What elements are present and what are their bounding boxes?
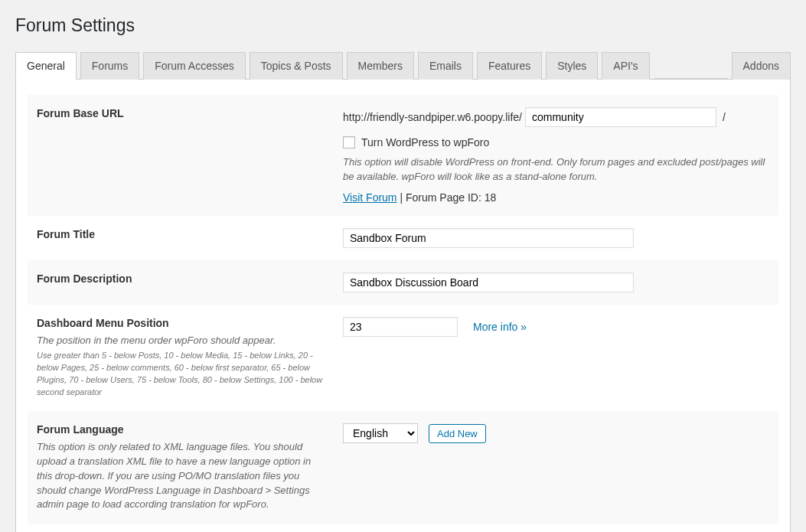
- row-title: Forum Title: [28, 216, 778, 260]
- tab-members[interactable]: Members: [347, 52, 414, 80]
- forum-title-input[interactable]: [343, 228, 634, 248]
- add-language-button[interactable]: Add New: [429, 424, 486, 443]
- tab-forums[interactable]: Forums: [80, 52, 139, 80]
- row-menu-pos: Dashboard Menu Position The position in …: [28, 305, 778, 411]
- tab-styles[interactable]: Styles: [546, 52, 598, 80]
- tab-forum-accesses[interactable]: Forum Accesses: [143, 52, 245, 80]
- settings-tabs: General Forums Forum Accesses Topics & P…: [15, 51, 791, 80]
- label-base-url: Forum Base URL: [37, 107, 328, 119]
- label-desc: Forum Description: [37, 273, 328, 285]
- turn-wp-label: Turn WordPress to wpForo: [361, 136, 489, 149]
- row-language: Forum Language This option is only relat…: [28, 411, 778, 524]
- label-menu-pos: Dashboard Menu Position: [37, 317, 328, 329]
- row-base-url: Forum Base URL http://friendly-sandpiper…: [28, 95, 778, 216]
- forum-page-id: | Forum Page ID: 18: [397, 191, 497, 204]
- menu-pos-note: Use greater than 5 - below Posts, 10 - b…: [37, 350, 328, 399]
- visit-forum-link[interactable]: Visit Forum: [343, 191, 397, 204]
- tab-spacer: [654, 51, 728, 79]
- base-url-prefix: http://friendly-sandpiper.w6.poopy.life/: [343, 111, 522, 123]
- tab-general[interactable]: General: [15, 52, 77, 80]
- menu-pos-more-link[interactable]: More info »: [473, 321, 527, 333]
- tab-addons[interactable]: Addons: [732, 52, 791, 80]
- tab-apis[interactable]: API's: [602, 52, 649, 80]
- forum-desc-input[interactable]: [343, 273, 634, 292]
- tab-emails[interactable]: Emails: [418, 52, 473, 80]
- base-url-help: This option will disable WordPress on fr…: [343, 155, 769, 184]
- settings-panel: Forum Base URL http://friendly-sandpiper…: [15, 80, 791, 532]
- base-url-suffix: /: [723, 111, 726, 123]
- row-desc: Forum Description: [28, 260, 778, 305]
- tab-features[interactable]: Features: [477, 52, 542, 80]
- language-desc: This option is only related to XML langu…: [37, 440, 328, 512]
- menu-pos-input[interactable]: [343, 317, 458, 337]
- tab-topics-posts[interactable]: Topics & Posts: [250, 52, 343, 80]
- language-select[interactable]: English: [343, 423, 418, 443]
- page-title: Forum Settings: [15, 15, 791, 36]
- label-title: Forum Title: [37, 228, 328, 240]
- turn-wp-checkbox[interactable]: [343, 136, 355, 149]
- base-url-slug-input[interactable]: [525, 107, 716, 127]
- label-language: Forum Language: [37, 423, 328, 436]
- menu-pos-desc: The position in the menu order wpForo sh…: [37, 334, 328, 348]
